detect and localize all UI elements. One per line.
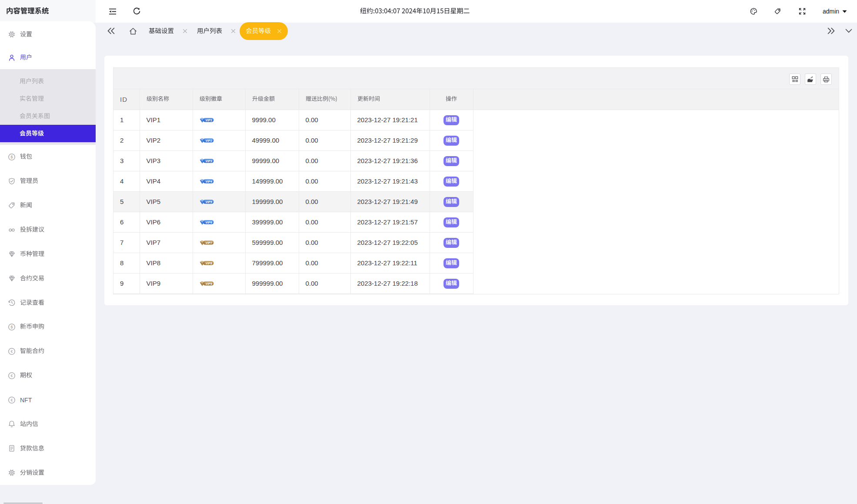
svg-text:€: € [10, 374, 13, 378]
svg-text:VIP1: VIP1 [205, 118, 212, 121]
svg-text:VIP9: VIP9 [205, 282, 212, 285]
svg-text:€: € [10, 398, 13, 402]
svg-text:VIP8: VIP8 [205, 261, 212, 264]
svg-text:VIP6: VIP6 [205, 220, 212, 224]
svg-text:VIP2: VIP2 [205, 139, 212, 142]
svg-text:VIP3: VIP3 [205, 159, 212, 162]
svg-text:VIP4: VIP4 [205, 180, 212, 183]
svg-text:VIP7: VIP7 [205, 241, 212, 244]
svg-text:€: € [10, 349, 13, 354]
svg-text:VIP5: VIP5 [205, 200, 212, 203]
svg-text:$: $ [10, 154, 13, 159]
svg-text:$: $ [10, 324, 13, 329]
